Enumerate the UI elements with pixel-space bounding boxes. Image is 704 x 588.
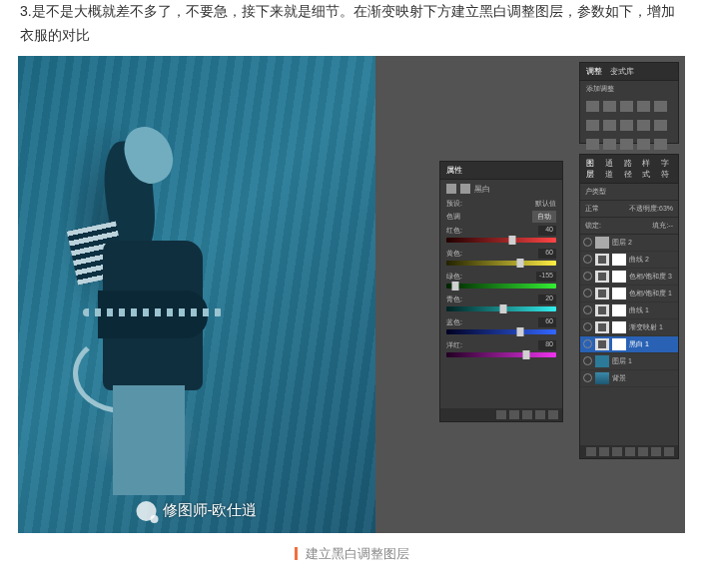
slider-thumb[interactable] <box>523 350 530 359</box>
view-prev-icon[interactable] <box>509 410 519 419</box>
visibility-toggle[interactable] <box>583 238 592 247</box>
slider-value[interactable]: 60 <box>538 249 556 259</box>
slider-track[interactable] <box>446 306 556 311</box>
properties-panel[interactable]: 属性 黑白 预设:默认值 色调自动 红色:40黄色:60绿色:-155青色:20… <box>439 161 563 422</box>
layers-tab[interactable]: 路径 <box>624 158 635 180</box>
levels-icon[interactable] <box>603 101 616 112</box>
slider-track[interactable] <box>446 329 556 334</box>
layer-name[interactable]: 色相/饱和度 1 <box>629 289 675 298</box>
tab-adjustments[interactable]: 调整 <box>586 66 602 77</box>
toggle-icon[interactable] <box>535 410 545 419</box>
exposure-icon[interactable] <box>637 101 650 112</box>
layer-name[interactable]: 图层 2 <box>612 238 675 248</box>
layer-name[interactable]: 图层 1 <box>612 356 675 366</box>
lookup-icon[interactable] <box>654 120 667 131</box>
slider-value[interactable]: 60 <box>538 317 556 327</box>
layer-row[interactable]: 图层 2 <box>580 235 678 252</box>
adjustments-panel[interactable]: 调整 变式库 添加调整 <box>579 62 679 144</box>
posterize-icon[interactable] <box>603 139 616 150</box>
layer-row[interactable]: 色相/饱和度 3 <box>580 269 678 286</box>
slider-thumb[interactable] <box>516 259 523 268</box>
layer-name[interactable]: 曲线 2 <box>629 255 675 265</box>
slider-track[interactable] <box>446 352 556 357</box>
document-canvas[interactable]: 修图师-欧仕逍 <box>18 56 375 533</box>
visibility-toggle[interactable] <box>583 322 592 331</box>
channel-mixer-icon[interactable] <box>637 120 650 131</box>
slider-label: 蓝色: <box>446 317 462 327</box>
gradient-map-icon[interactable] <box>637 139 650 150</box>
layer-kind[interactable]: 户类型 <box>585 187 606 197</box>
visibility-toggle[interactable] <box>583 356 592 365</box>
slider-value[interactable]: 20 <box>538 294 556 304</box>
visibility-toggle[interactable] <box>583 272 592 281</box>
visibility-toggle[interactable] <box>583 255 592 264</box>
brightness-icon[interactable] <box>586 101 599 112</box>
layer-mask[interactable] <box>612 338 626 350</box>
link-icon[interactable] <box>586 447 596 456</box>
vibrance-icon[interactable] <box>654 101 667 112</box>
layer-name[interactable]: 色相/饱和度 3 <box>629 272 675 282</box>
reset-icon[interactable] <box>522 410 532 419</box>
mask-add-icon[interactable] <box>612 447 622 456</box>
visibility-toggle[interactable] <box>583 339 592 348</box>
layer-row[interactable]: 渐变映射 1 <box>580 319 678 336</box>
slider-thumb[interactable] <box>451 282 458 291</box>
layer-name[interactable]: 渐变映射 1 <box>629 322 675 332</box>
slider-thumb[interactable] <box>509 236 516 245</box>
layer-row[interactable]: 黑白 1 <box>580 336 678 353</box>
bw-icon[interactable] <box>603 120 616 131</box>
layers-tab[interactable]: 图层 <box>586 158 597 180</box>
slider-value[interactable]: 80 <box>538 340 556 350</box>
opacity-value[interactable]: 63% <box>659 205 673 212</box>
layer-mask[interactable] <box>612 321 626 333</box>
slider-thumb[interactable] <box>500 304 507 313</box>
lock-controls[interactable]: 锁定: <box>585 221 601 231</box>
layer-name[interactable]: 曲线 1 <box>629 305 675 315</box>
layer-row[interactable]: 曲线 1 <box>580 302 678 319</box>
fill-value[interactable]: -- <box>668 222 673 229</box>
slider-thumb[interactable] <box>516 327 523 336</box>
layer-row[interactable]: 曲线 2 <box>580 252 678 269</box>
layer-name[interactable]: 黑白 1 <box>629 339 675 349</box>
slider-value[interactable]: -155 <box>536 272 556 282</box>
layer-mask[interactable] <box>612 304 626 316</box>
layers-footer <box>580 445 678 458</box>
tab-styles[interactable]: 变式库 <box>610 66 634 77</box>
layers-tab[interactable]: 字符 <box>661 158 672 180</box>
layer-mask[interactable] <box>612 271 626 283</box>
layer-row[interactable]: 背景 <box>580 370 678 387</box>
photo-filter-icon[interactable] <box>620 120 633 131</box>
layers-tab[interactable]: 样式 <box>642 158 653 180</box>
layer-row[interactable]: 色相/饱和度 1 <box>580 286 678 302</box>
adjustment-add-icon[interactable] <box>625 447 635 456</box>
invert-icon[interactable] <box>586 139 599 150</box>
visibility-toggle[interactable] <box>583 373 592 382</box>
auto-button[interactable]: 自动 <box>532 211 556 223</box>
layers-panel[interactable]: 图层通道路径样式字符 户类型 正常 不透明度:63% 锁定: 填充:-- 图层 … <box>579 154 679 459</box>
visibility-toggle[interactable] <box>583 305 592 314</box>
clip-icon[interactable] <box>496 410 506 419</box>
layer-mask[interactable] <box>612 254 626 266</box>
curves-icon[interactable] <box>620 101 633 112</box>
blend-mode-dropdown[interactable]: 正常 <box>585 204 599 214</box>
slider-track[interactable] <box>446 284 556 289</box>
hue-icon[interactable] <box>586 120 599 131</box>
layer-name[interactable]: 背景 <box>612 373 675 383</box>
fx-icon[interactable] <box>599 447 609 456</box>
slider-value[interactable]: 40 <box>538 226 556 236</box>
tab-properties[interactable]: 属性 <box>446 165 462 176</box>
preset-dropdown[interactable]: 默认值 <box>535 199 556 209</box>
delete-icon[interactable] <box>548 410 558 419</box>
new-layer-icon[interactable] <box>651 447 661 456</box>
figure-caption: 建立黑白调整图层 <box>0 533 704 575</box>
slider-track[interactable] <box>446 238 556 243</box>
selective-color-icon[interactable] <box>654 139 667 150</box>
slider-track[interactable] <box>446 261 556 266</box>
layer-row[interactable]: 图层 1 <box>580 353 678 370</box>
layer-mask[interactable] <box>612 288 626 299</box>
visibility-toggle[interactable] <box>583 289 592 297</box>
layers-tab[interactable]: 通道 <box>605 158 616 180</box>
group-icon[interactable] <box>638 447 648 456</box>
threshold-icon[interactable] <box>620 139 633 150</box>
trash-icon[interactable] <box>664 447 674 456</box>
